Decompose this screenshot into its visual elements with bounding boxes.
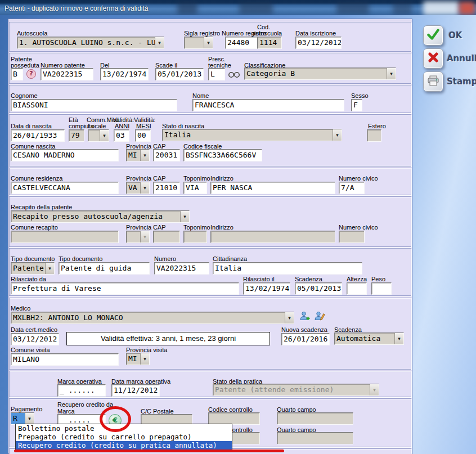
autoscuola-label: Autoscuola	[17, 30, 47, 37]
peso-label: Peso	[371, 276, 385, 282]
data-iscrizione-field[interactable]: 03/12/2012	[295, 37, 342, 49]
sesso-field[interactable]: F	[351, 99, 362, 111]
altezza-field[interactable]	[347, 282, 367, 295]
numero-patente-field[interactable]: VA2022315	[41, 68, 93, 80]
numero-documento-label: Numero	[154, 255, 176, 262]
check-icon	[425, 26, 441, 44]
nome-field[interactable]: FRANCESCA	[192, 99, 344, 111]
indirizzo-field[interactable]: PER NASCA	[210, 182, 335, 194]
nuova-scadenza-label: Nuova scadenza	[281, 326, 327, 333]
section-medico: Medico MXLBH2: ANTONIO LO MONACO▾ Data c…	[9, 298, 411, 370]
data-marca-operativa-field[interactable]: 11/12/2012	[111, 384, 160, 397]
codice-controllo-field	[208, 412, 260, 425]
comune-visita-label: Comune visita	[11, 347, 50, 353]
tipo-documento-field[interactable]: Patente di guida	[59, 262, 150, 275]
stato-pratica-combo: Patente (attende emissione)▾	[213, 384, 379, 396]
comune-nascita-field[interactable]: CESANO MADERNO	[11, 149, 119, 161]
chevron-down-icon: ▾	[180, 211, 189, 222]
numero-registro-field[interactable]: 24480	[225, 37, 258, 49]
nuova-scadenza-field[interactable]: 26/01/2016	[281, 333, 330, 345]
stato-nascita-combo[interactable]: Italia▾	[162, 129, 342, 141]
dropdown-item[interactable]: Prepagato (credito su carrello prepagato…	[16, 433, 232, 441]
chevron-down-icon: ▾	[140, 182, 149, 194]
comune-visita-field[interactable]: MILANO	[11, 353, 119, 366]
blurred-background-shape	[239, 1, 273, 15]
cod-autoscuola-field: 1114	[257, 37, 282, 49]
medico-combo[interactable]: MXLBH2: ANTONIO LO MONACO▾	[11, 312, 294, 324]
data-cert-medico-field[interactable]: 03/12/2012	[11, 333, 59, 345]
sigla-registro-combo[interactable]: ▾	[184, 37, 213, 49]
annulla-button[interactable]	[423, 48, 443, 69]
dropdown-item[interactable]: Bollettino postale	[16, 424, 232, 433]
chevron-down-icon: ▾	[204, 37, 213, 48]
section-marca-operativa: Marca operativa _ ...... Data marca oper…	[9, 371, 411, 397]
blurred-background-shape	[177, 1, 197, 15]
provincia-residenza-label: Provincia	[126, 175, 151, 182]
data-cert-medico-label: Data cert.medico	[11, 326, 57, 333]
nome-label: Nome	[192, 92, 209, 99]
comune-recapito-field	[11, 231, 119, 243]
blurred-background-shape	[393, 1, 412, 15]
stampa-button[interactable]	[423, 71, 443, 92]
tipo-documento-combo[interactable]: Patente▾	[11, 262, 55, 275]
autoscuola-combo[interactable]: 1. AUTOSCUOLA LUINO s.n.c. - LUIN▾	[17, 37, 164, 49]
pagamento-dropdown-list: Bollettino postale Prepagato (credito su…	[15, 424, 232, 450]
section-patente: Patente posseduta B ? Numero patente VA2…	[9, 53, 411, 84]
rilasciato-da-field[interactable]: Prefettura di Varese	[11, 282, 239, 295]
peso-field[interactable]	[371, 282, 392, 295]
numero-civico-field[interactable]: 7/A	[339, 182, 365, 194]
dropdown-item-selected[interactable]: Recupero credito (credito su pratica ann…	[16, 441, 232, 449]
sesso-label: Sesso	[351, 92, 369, 99]
data-nascita-field[interactable]: 26/01/1933	[11, 129, 65, 142]
blurred-background-shape	[336, 1, 369, 15]
del-field[interactable]: 13/02/1974	[100, 68, 149, 80]
numero-documento-field[interactable]: VA2022315	[154, 262, 209, 275]
cognome-field[interactable]: BIASSONI	[11, 99, 177, 111]
recapito-patente-label: Recapito della patente	[11, 204, 72, 210]
data-nascita-label: Data di nascita	[11, 123, 52, 129]
section-recapito: Recapito della patente Recapito presso a…	[9, 196, 411, 247]
cittadinanza-field[interactable]: Italia	[213, 262, 362, 275]
help-icon[interactable]: ?	[26, 69, 36, 79]
scade-il-field[interactable]: 05/01/2013	[155, 68, 204, 80]
printer-icon	[427, 75, 439, 88]
scadenza-documento-field[interactable]: 05/01/2013	[295, 282, 342, 295]
provincia-residenza-combo[interactable]: VA▾	[126, 182, 150, 194]
numero-civico-label: Numero civico	[339, 175, 378, 182]
comm-med-locale-combo[interactable]: ▾	[88, 129, 109, 142]
validita-mesi-field[interactable]: 00	[135, 129, 151, 142]
quarto-campo-2-field	[277, 432, 353, 444]
glasses-icon[interactable]	[228, 70, 240, 80]
add-person-icon[interactable]	[299, 311, 311, 323]
codice-fiscale-field[interactable]: BSSFNC33A66C566V	[183, 149, 262, 161]
section-documento: Tipo documento Patente▾ Tipo documento P…	[9, 248, 411, 296]
recapito-patente-combo[interactable]: Recapito presso autoscuola/agenzia▾	[11, 210, 190, 223]
marca-operativa-field[interactable]: _ ......	[57, 384, 106, 397]
sigla-registro-label: Sigla registro	[184, 30, 220, 37]
comune-residenza-field[interactable]: CASTELVECCANA	[11, 182, 119, 194]
ok-button[interactable]	[423, 25, 443, 46]
chevron-down-icon: ▾	[45, 263, 54, 274]
validita-anni-label: ANNI	[115, 123, 129, 129]
comune-recapito-label: Comune recapito	[11, 224, 58, 231]
toponimo-field[interactable]: VIA	[183, 182, 207, 194]
rilasciato-il-field[interactable]: 13/02/1974	[243, 282, 290, 295]
patente-posseduta-field[interactable]: B	[11, 68, 23, 80]
chevron-down-icon: ▾	[333, 129, 342, 141]
close-icon[interactable]	[459, 2, 475, 15]
cittadinanza-label: Cittadinanza	[213, 255, 247, 262]
validita-anni-field[interactable]: 03	[114, 129, 129, 142]
pagamento-combo[interactable]: R▾	[11, 412, 34, 425]
cap-nascita-field[interactable]: 20031	[153, 149, 180, 161]
presc-tecniche-field[interactable]: L	[208, 68, 225, 80]
edit-person-icon[interactable]	[314, 311, 325, 323]
scadenza-tipo-combo[interactable]: Automatica▾	[334, 332, 404, 345]
title-bar: Patenti - duplicato rinnovo e conferma d…	[0, 0, 476, 15]
provincia-visita-combo[interactable]: MI▾	[126, 353, 150, 365]
classificazione-combo[interactable]: Categoria B▾	[244, 68, 396, 80]
section-residenza: Comune residenza CASTELVECCANA Provincia…	[9, 168, 411, 195]
annulla-button-label: Annulla	[447, 53, 476, 64]
indirizzo-label: Indirizzo	[210, 175, 233, 182]
provincia-nascita-combo[interactable]: MI▾	[126, 149, 150, 161]
cap-residenza-field[interactable]: 21010	[153, 182, 180, 194]
